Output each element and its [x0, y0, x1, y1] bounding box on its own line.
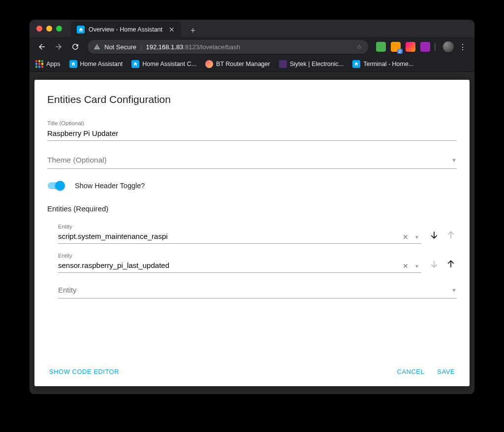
minimize-window-button[interactable]: [46, 26, 52, 32]
apps-label: Apps: [46, 61, 61, 67]
chevron-down-icon[interactable]: ▼: [412, 234, 421, 240]
bookmark-item[interactable]: BT Router Manager: [205, 60, 270, 68]
viewport: Entities Card Configuration Title (Optio…: [30, 72, 474, 394]
tabstrip: Overview - Home Assistant ✕ +: [71, 20, 200, 37]
move-up-button[interactable]: [445, 258, 457, 270]
entity-row: Entity ✕ ▼: [58, 224, 457, 244]
router-icon: [205, 60, 213, 68]
bookmarks-bar: Apps Home Assistant Home Assistant C... …: [30, 56, 474, 72]
address-bar[interactable]: Not Secure | 192.168.1.83:8123/lovelace/…: [88, 40, 368, 54]
card-config-dialog: Entities Card Configuration Title (Optio…: [34, 80, 470, 386]
bookmark-label: BT Router Manager: [216, 61, 270, 67]
new-tab-button[interactable]: +: [186, 24, 200, 37]
move-down-button: [428, 258, 440, 270]
entity-input[interactable]: [58, 231, 399, 243]
title-field-label: Title (Optional): [47, 120, 457, 126]
entities-section-label: Entities (Required): [47, 204, 457, 213]
add-entity-field[interactable]: Entity ▼: [58, 282, 457, 299]
move-down-button[interactable]: [428, 229, 440, 241]
extension-icons: 2: [376, 42, 430, 52]
bookmark-item[interactable]: Siytek | Electronic...: [279, 60, 344, 68]
profile-avatar[interactable]: [443, 41, 454, 52]
title-field: Title (Optional): [47, 120, 457, 141]
clear-icon[interactable]: ✕: [399, 233, 412, 241]
home-assistant-icon: [352, 60, 360, 68]
bookmark-item[interactable]: Home Assistant: [69, 60, 123, 68]
apps-button[interactable]: Apps: [35, 60, 61, 68]
browser-tab[interactable]: Overview - Home Assistant ✕: [71, 22, 181, 37]
tab-close-icon[interactable]: ✕: [168, 26, 175, 33]
bookmark-star-icon[interactable]: ☆: [356, 43, 362, 51]
not-secure-label: Not Secure: [104, 43, 136, 51]
move-up-button: [445, 229, 457, 241]
extension-icon[interactable]: [420, 42, 430, 52]
entity-input[interactable]: [58, 260, 399, 272]
bookmark-label: Terminal - Home...: [363, 61, 413, 67]
chevron-down-icon: ▼: [451, 287, 457, 293]
entity-field-label: Entity: [58, 253, 421, 259]
browser-toolbar: Not Secure | 192.168.1.83:8123/lovelace/…: [30, 37, 474, 56]
rss-badge: 2: [397, 49, 403, 54]
entity-row: Entity ✕ ▼: [58, 253, 457, 273]
window-controls: [36, 26, 62, 32]
save-button[interactable]: Save: [435, 365, 457, 378]
home-assistant-icon: [131, 60, 139, 68]
browser-menu-button[interactable]: ⋮: [456, 40, 470, 54]
tab-title: Overview - Home Assistant: [89, 26, 162, 33]
titlebar: Overview - Home Assistant ✕ +: [30, 20, 474, 37]
chevron-down-icon[interactable]: ▼: [412, 264, 421, 269]
home-assistant-icon: [69, 60, 77, 68]
dialog-footer: Show Code Editor Cancel Save: [47, 356, 457, 378]
clear-icon[interactable]: ✕: [399, 262, 412, 270]
theme-placeholder: Theme (Optional): [47, 156, 107, 165]
extension-icon[interactable]: [406, 42, 415, 52]
header-toggle-row: Show Header Toggle?: [47, 181, 457, 191]
tab-favicon-icon: [77, 26, 85, 33]
header-toggle-label: Show Header Toggle?: [75, 182, 145, 190]
maximize-window-button[interactable]: [56, 26, 62, 32]
close-window-button[interactable]: [36, 26, 42, 32]
reload-button[interactable]: [68, 39, 83, 54]
add-entity-placeholder: Entity: [58, 286, 77, 294]
url-text: 192.168.1.83:8123/lovelace/bash: [146, 43, 240, 51]
header-toggle-switch[interactable]: [47, 181, 65, 191]
extension-icon[interactable]: [376, 42, 386, 52]
bookmark-label: Siytek | Electronic...: [290, 61, 344, 67]
theme-field[interactable]: Theme (Optional) ▼: [47, 153, 457, 169]
bookmark-item[interactable]: Terminal - Home...: [352, 60, 413, 68]
show-code-editor-button[interactable]: Show Code Editor: [47, 365, 121, 378]
bookmark-item[interactable]: Home Assistant C...: [131, 60, 196, 68]
forward-button[interactable]: [51, 39, 66, 54]
dialog-title: Entities Card Configuration: [47, 94, 457, 105]
apps-grid-icon: [35, 60, 43, 68]
title-input[interactable]: [47, 127, 457, 141]
browser-window: Overview - Home Assistant ✕ + Not Secure…: [30, 20, 474, 394]
back-button[interactable]: [34, 39, 49, 54]
chevron-down-icon: ▼: [451, 157, 457, 163]
separator: |: [140, 43, 142, 51]
cancel-button[interactable]: Cancel: [395, 365, 427, 378]
not-secure-icon: [94, 43, 100, 50]
entity-field-label: Entity: [58, 224, 421, 230]
bookmark-label: Home Assistant C...: [142, 61, 196, 67]
rss-extension-icon[interactable]: 2: [391, 42, 401, 52]
bookmark-label: Home Assistant: [80, 61, 123, 67]
siytek-icon: [279, 60, 287, 68]
